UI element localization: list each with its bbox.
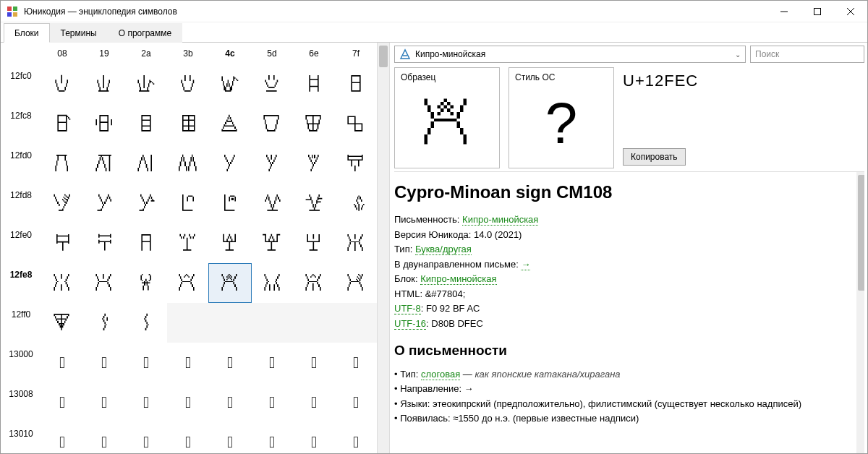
character-cell[interactable]: 𒿧 xyxy=(335,223,377,263)
character-cell[interactable]: 𒿡 xyxy=(83,223,125,263)
character-cell[interactable]: 𒿊 xyxy=(125,104,167,144)
character-cell[interactable]: 𒿎 xyxy=(293,104,335,144)
character-cell[interactable]: 𒿁 xyxy=(83,64,125,104)
character-cell[interactable]: 𒿜 xyxy=(209,184,251,223)
character-cell[interactable]: 𒿖 xyxy=(293,144,335,184)
character-cell[interactable]: 𓀁 xyxy=(83,343,125,382)
character-cell[interactable]: 𓀕 xyxy=(251,422,293,453)
tab-terms[interactable]: Термины xyxy=(50,23,108,43)
detail-scrollbar[interactable] xyxy=(856,172,864,453)
character-cell[interactable]: 𒿈 xyxy=(41,104,83,144)
character-cell[interactable]: 𓀃 xyxy=(167,343,209,382)
character-cell[interactable]: 𒿱 xyxy=(83,303,125,343)
character-cell[interactable] xyxy=(167,303,209,343)
character-cell[interactable]: 𒿤 xyxy=(209,223,251,263)
character-cell[interactable]: 𒿞 xyxy=(293,184,335,223)
type-link[interactable]: Буква/другая xyxy=(415,244,472,255)
character-cell[interactable]: 𒿣 xyxy=(167,223,209,263)
bidi-link[interactable]: → xyxy=(521,259,530,270)
character-cell[interactable]: 𓀋 xyxy=(167,382,209,422)
character-cell[interactable]: 𓀈 xyxy=(41,382,83,422)
character-cell[interactable]: 𒿀 xyxy=(41,64,83,104)
utf16-link[interactable]: UTF-16 xyxy=(394,318,426,330)
character-cell[interactable]: 𒿏 xyxy=(335,104,377,144)
character-cell[interactable]: 𒿨 xyxy=(41,263,83,303)
character-cell[interactable]: 𒿟 xyxy=(335,184,377,223)
character-cell[interactable]: 𓀏 xyxy=(335,382,377,422)
utf8-link[interactable]: UTF-8 xyxy=(394,303,421,314)
grid-scrollbar[interactable] xyxy=(377,43,389,453)
character-cell[interactable] xyxy=(335,303,377,343)
character-cell[interactable] xyxy=(293,303,335,343)
character-cell[interactable] xyxy=(251,303,293,343)
character-cell[interactable]: 𒿲 xyxy=(125,303,167,343)
character-cell[interactable]: 𓀒 xyxy=(125,422,167,453)
character-cell[interactable]: 𓀖 xyxy=(293,422,335,453)
character-cell[interactable]: 𓀂 xyxy=(125,343,167,382)
character-cell[interactable]: 𒿋 xyxy=(167,104,209,144)
character-cell[interactable]: 𒿚 xyxy=(125,184,167,223)
character-cell[interactable]: 𒿘 xyxy=(41,184,83,223)
tab-about[interactable]: О программе xyxy=(108,23,182,43)
character-cell[interactable]: 𓀄 xyxy=(209,343,251,382)
character-cell[interactable]: 𒿆 xyxy=(293,64,335,104)
character-cell[interactable]: 𒿭 xyxy=(252,263,294,303)
row-header: 12ff0 xyxy=(1,294,41,334)
tab-blocks[interactable]: Блоки xyxy=(4,23,50,43)
character-cell[interactable]: 𓀊 xyxy=(125,382,167,422)
character-cell[interactable]: 𓀐 xyxy=(41,422,83,453)
character-cell[interactable] xyxy=(209,303,251,343)
search-input[interactable]: Поиск xyxy=(750,46,864,63)
character-cell[interactable]: 𒿝 xyxy=(251,184,293,223)
character-cell[interactable]: 𒿪 xyxy=(125,263,167,303)
maximize-button[interactable] xyxy=(801,1,834,22)
character-cell[interactable]: 𒿯 xyxy=(335,263,377,303)
script-dropdown[interactable]: Кипро-минойская ⌄ xyxy=(394,46,746,63)
syllabic-link[interactable]: слоговая xyxy=(421,369,460,380)
character-cell[interactable]: 𓀍 xyxy=(251,382,293,422)
character-cell[interactable]: 𓀆 xyxy=(293,343,335,382)
character-cell[interactable]: 𒿒 xyxy=(125,144,167,184)
character-cell[interactable]: 𒿠 xyxy=(41,223,83,263)
character-cell[interactable]: 𒿰 xyxy=(41,303,83,343)
character-cell[interactable]: 𒿙 xyxy=(83,184,125,223)
character-cell[interactable]: 𒿓 xyxy=(167,144,209,184)
character-cell[interactable]: 𒿢 xyxy=(125,223,167,263)
character-cell[interactable]: 𒿮 xyxy=(294,263,336,303)
character-cell[interactable]: 𓀓 xyxy=(167,422,209,453)
character-cell[interactable]: 𒿥 xyxy=(251,223,293,263)
character-cell[interactable]: 𒿅 xyxy=(251,64,293,104)
character-cell[interactable]: 𒿑 xyxy=(83,144,125,184)
character-cell[interactable]: 𒿫 xyxy=(166,263,208,303)
character-cell[interactable]: 𒿂 xyxy=(125,64,167,104)
copy-button[interactable]: Копировать xyxy=(623,148,686,166)
character-cell[interactable]: 𒿌 xyxy=(209,104,251,144)
character-cell[interactable]: 𒿕 xyxy=(251,144,293,184)
character-cell[interactable]: 𓀅 xyxy=(251,343,293,382)
minimize-button[interactable] xyxy=(767,1,801,22)
character-cell[interactable]: 𓀇 xyxy=(335,343,377,382)
character-cell[interactable]: 𒿛 xyxy=(167,184,209,223)
character-cell[interactable]: 𒿃 xyxy=(167,64,209,104)
character-cell[interactable]: 𒿉 xyxy=(83,104,125,144)
character-cell[interactable]: 𒿗 xyxy=(335,144,377,184)
character-cell[interactable]: 𒿔 xyxy=(209,144,251,184)
character-cell[interactable]: 𓀗 xyxy=(335,422,377,453)
character-cell[interactable]: 𒿇 xyxy=(335,64,377,104)
character-cell[interactable]: 𓀑 xyxy=(83,422,125,453)
character-cell[interactable]: 𒿦 xyxy=(293,223,335,263)
character-cell[interactable]: 𓀔 xyxy=(209,422,251,453)
script-link[interactable]: Кипро-минойская xyxy=(462,214,538,226)
character-cell[interactable]: 𓀌 xyxy=(209,382,251,422)
character-cell[interactable]: 𓀎 xyxy=(293,382,335,422)
character-cell[interactable]: 𒿍 xyxy=(251,104,293,144)
character-cell[interactable]: 𓀀 xyxy=(41,343,83,382)
character-cell[interactable]: 𒿬 xyxy=(208,263,252,303)
character-cell[interactable]: 𓀉 xyxy=(83,382,125,422)
block-link[interactable]: Кипро-минойская xyxy=(420,273,496,285)
col-header: 08 xyxy=(41,43,83,64)
close-button[interactable] xyxy=(834,1,867,22)
character-cell[interactable]: 𒿩 xyxy=(83,263,125,303)
character-cell[interactable]: 𒿄 xyxy=(209,64,251,104)
character-cell[interactable]: 𒿐 xyxy=(41,144,83,184)
